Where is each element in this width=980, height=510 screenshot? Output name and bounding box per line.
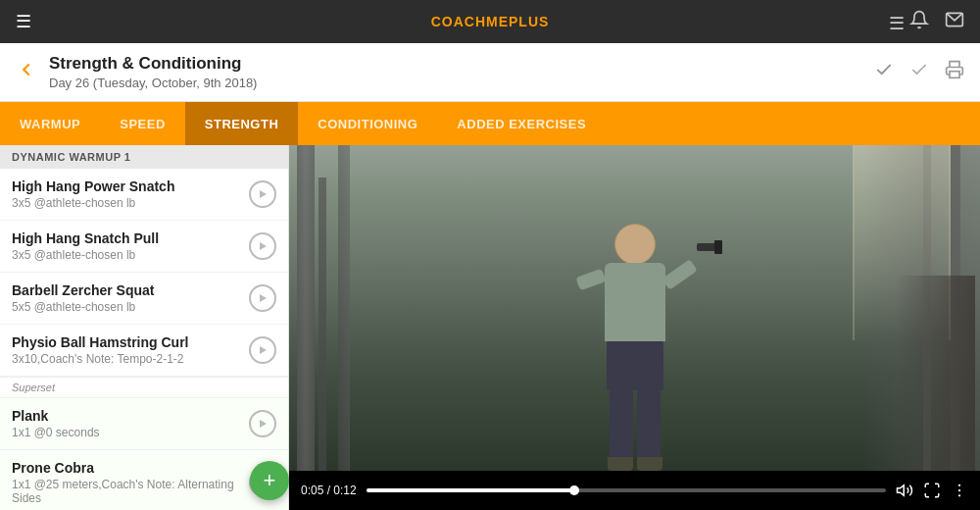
svg-marker-6 xyxy=(260,420,267,428)
checkmark-icon[interactable] xyxy=(909,60,929,84)
top-nav: ☰ COACHMEPLUS ☰ xyxy=(0,0,980,43)
svg-marker-3 xyxy=(260,242,267,250)
tab-added-exercises[interactable]: ADDED EXERCISES xyxy=(437,102,606,145)
dumbbell-weight xyxy=(714,240,722,254)
person-right-shoe xyxy=(637,457,662,471)
exercise-info: Prone Cobra 1x1 @25 meters,Coach's Note:… xyxy=(12,460,249,505)
exercise-sets: 3x5 @athlete-chosen lb xyxy=(12,248,249,262)
play-button[interactable] xyxy=(249,410,276,437)
exercise-name: Barbell Zercher Squat xyxy=(12,282,249,298)
svg-rect-1 xyxy=(950,72,959,78)
video-progress-bar[interactable] xyxy=(367,488,886,492)
hamburger-icon[interactable]: ☰ xyxy=(16,11,31,32)
person-left-shoe xyxy=(608,457,633,471)
exercise-name: Plank xyxy=(12,408,249,424)
notification-icon[interactable]: ☰ xyxy=(889,10,929,34)
mail-icon[interactable] xyxy=(945,10,964,34)
brand-logo: COACHMEPLUS xyxy=(431,14,550,29)
back-icon[interactable] xyxy=(16,59,37,85)
play-button[interactable] xyxy=(249,336,276,364)
fab-container: + xyxy=(250,461,289,500)
page-title: Strength & Conditioning xyxy=(49,54,257,74)
play-button[interactable] xyxy=(249,232,276,260)
dumbbell xyxy=(697,243,716,251)
svg-marker-5 xyxy=(260,346,267,354)
equipment-bar xyxy=(338,145,350,471)
fullscreen-icon[interactable] xyxy=(923,482,941,499)
brand-suffix: PLUS xyxy=(509,14,549,29)
exercise-sets: 3x10,Coach's Note: Tempo-2-1-2 xyxy=(12,352,249,366)
exercise-name: Physio Ball Hamstring Curl xyxy=(12,334,249,350)
person-shorts xyxy=(607,341,663,390)
tab-speed[interactable]: SPEED xyxy=(100,102,185,145)
nav-right: ☰ xyxy=(889,10,964,34)
dumbbell-rack xyxy=(897,276,975,471)
header-left: Strength & Conditioning Day 26 (Tuesday,… xyxy=(16,54,257,90)
svg-marker-4 xyxy=(260,294,267,302)
print-icon[interactable] xyxy=(945,60,964,84)
svg-point-9 xyxy=(958,484,960,486)
add-exercise-button[interactable]: + xyxy=(250,461,289,500)
play-button[interactable] xyxy=(249,284,276,312)
exercise-item[interactable]: Physio Ball Hamstring Curl 3x10,Coach's … xyxy=(0,325,288,377)
exercise-info: Physio Ball Hamstring Curl 3x10,Coach's … xyxy=(12,334,249,366)
page-subtitle: Day 26 (Tuesday, October, 9th 2018) xyxy=(49,76,257,90)
person-legs xyxy=(610,390,661,459)
video-area[interactable] xyxy=(289,145,980,471)
exercise-sets: 1x1 @0 seconds xyxy=(12,426,249,439)
svg-point-10 xyxy=(958,489,960,491)
volume-icon[interactable] xyxy=(896,482,913,499)
page-header: Strength & Conditioning Day 26 (Tuesday,… xyxy=(0,43,980,102)
person-left-leg xyxy=(610,390,633,459)
more-options-icon[interactable] xyxy=(951,482,968,499)
equipment-bar xyxy=(318,178,326,471)
exercise-info: Barbell Zercher Squat 5x5 @athlete-chose… xyxy=(12,282,249,314)
section-header: DYNAMIC WARMUP 1 xyxy=(0,145,288,169)
tab-warmup[interactable]: WARMUP xyxy=(0,102,100,145)
person-right-leg xyxy=(637,390,661,459)
brand-prefix: COACHME xyxy=(431,14,509,29)
exercise-sets: 3x5 @athlete-chosen lb xyxy=(12,196,249,210)
exercise-name: Prone Cobra xyxy=(12,460,249,476)
exercise-info: High Hang Snatch Pull 3x5 @athlete-chose… xyxy=(12,230,249,262)
exercise-list: DYNAMIC WARMUP 1 High Hang Power Snatch … xyxy=(0,145,289,510)
superset-exercise-item[interactable]: Prone Cobra 1x1 @25 meters,Coach's Note:… xyxy=(0,450,288,510)
equipment-bar-left xyxy=(297,145,315,471)
svg-marker-2 xyxy=(260,190,267,198)
person-figure xyxy=(605,224,665,471)
exercise-name: High Hang Power Snatch xyxy=(12,178,249,194)
play-button[interactable] xyxy=(249,180,276,208)
video-panel: 0:05 / 0:12 xyxy=(289,145,980,510)
nav-left: ☰ xyxy=(16,11,31,32)
exercise-info: Plank 1x1 @0 seconds xyxy=(12,408,249,439)
person-head xyxy=(614,224,656,265)
svg-marker-8 xyxy=(898,485,905,496)
tab-bar: WARMUP SPEED STRENGTH CONDITIONING ADDED… xyxy=(0,102,980,145)
video-time: 0:05 / 0:12 xyxy=(301,484,357,497)
exercise-item[interactable]: Barbell Zercher Squat 5x5 @athlete-chose… xyxy=(0,273,288,325)
header-title-group: Strength & Conditioning Day 26 (Tuesday,… xyxy=(49,54,257,90)
exercise-sets: 5x5 @athlete-chosen lb xyxy=(12,300,249,314)
exercise-item[interactable]: High Hang Power Snatch 3x5 @athlete-chos… xyxy=(0,169,288,221)
tab-conditioning[interactable]: CONDITIONING xyxy=(298,102,437,145)
tab-strength[interactable]: STRENGTH xyxy=(185,102,299,145)
exercise-item[interactable]: High Hang Snatch Pull 3x5 @athlete-chose… xyxy=(0,221,288,273)
exercise-name: High Hang Snatch Pull xyxy=(12,230,249,246)
exercise-sets: 1x1 @25 meters,Coach's Note: Alternating… xyxy=(12,478,249,505)
exercise-info: High Hang Power Snatch 3x5 @athlete-chos… xyxy=(12,178,249,210)
main-content: DYNAMIC WARMUP 1 High Hang Power Snatch … xyxy=(0,145,980,510)
header-right xyxy=(874,60,964,84)
brand-logo-container: COACHMEPLUS xyxy=(431,13,550,30)
video-controls: 0:05 / 0:12 xyxy=(289,471,980,510)
superset-label: Superset xyxy=(0,377,288,398)
superset-exercise-item[interactable]: Plank 1x1 @0 seconds xyxy=(0,398,288,450)
person-torso xyxy=(605,263,665,341)
progress-dot xyxy=(569,485,579,495)
svg-point-11 xyxy=(958,494,960,496)
person-feet xyxy=(608,457,662,471)
progress-fill xyxy=(367,488,574,492)
edit-icon[interactable] xyxy=(874,60,894,84)
